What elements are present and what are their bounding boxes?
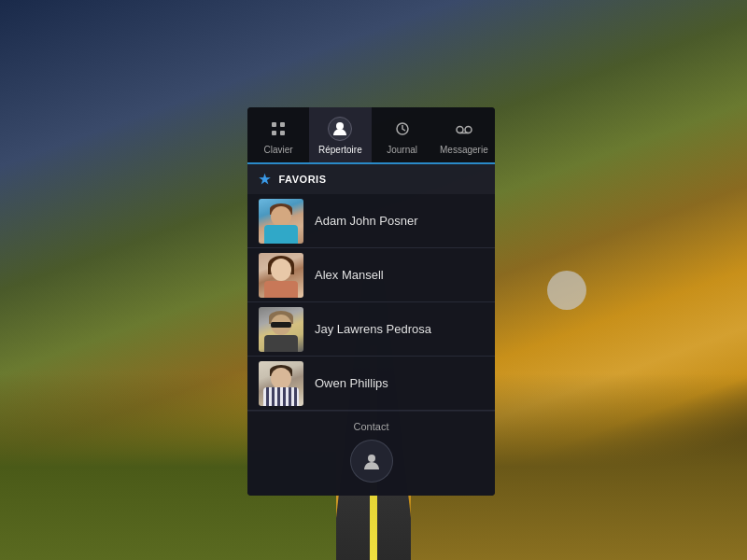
contact-item-1[interactable]: Adam John Posner (247, 194, 495, 248)
contact-name-3: Jay Lawrens Pedrosa (315, 322, 431, 336)
floating-button[interactable] (547, 271, 586, 310)
section-title: FAVORIS (279, 174, 327, 185)
voicemail-icon (452, 117, 476, 141)
section-header: ★ FAVORIS (247, 164, 495, 194)
svg-point-6 (457, 127, 463, 133)
svg-rect-2 (272, 131, 276, 135)
svg-point-4 (336, 122, 344, 130)
contact-item-2[interactable]: Alex Mansell (247, 248, 495, 302)
contact-name-1: Adam John Posner (315, 214, 418, 228)
avatar-3 (259, 307, 303, 352)
main-panel: Clavier Répertoire Journal (247, 107, 495, 496)
contact-name-2: Alex Mansell (315, 268, 384, 282)
contact-list: Adam John Posner Alex Mansell (247, 194, 495, 411)
contact-button[interactable] (350, 440, 393, 483)
contact-footer-label: Contact (354, 421, 389, 432)
avatar-4 (259, 361, 303, 406)
tab-clavier-label: Clavier (264, 145, 293, 155)
person-icon (328, 117, 352, 141)
tab-journal[interactable]: Journal (372, 107, 433, 162)
svg-rect-1 (280, 122, 285, 127)
svg-rect-3 (280, 131, 285, 135)
tab-repertoire-label: Répertoire (318, 145, 362, 155)
grid-icon (266, 117, 290, 141)
tab-messagerie-label: Messagerie (440, 145, 488, 155)
contact-item-3[interactable]: Jay Lawrens Pedrosa (247, 302, 495, 357)
tab-bar: Clavier Répertoire Journal (247, 107, 495, 164)
tab-clavier[interactable]: Clavier (247, 107, 309, 162)
svg-rect-0 (272, 122, 276, 127)
panel-footer: Contact (247, 411, 495, 496)
tab-repertoire[interactable]: Répertoire (309, 107, 371, 162)
contact-item-4[interactable]: Owen Phillips (247, 357, 495, 411)
star-icon: ★ (259, 172, 272, 187)
avatar-2 (259, 253, 303, 298)
contact-name-4: Owen Phillips (315, 376, 388, 390)
clock-icon (390, 117, 415, 141)
svg-point-7 (465, 127, 472, 133)
avatar-1 (259, 199, 303, 244)
svg-point-8 (368, 455, 375, 462)
tab-journal-label: Journal (387, 145, 417, 155)
tab-messagerie[interactable]: Messagerie (433, 107, 495, 162)
